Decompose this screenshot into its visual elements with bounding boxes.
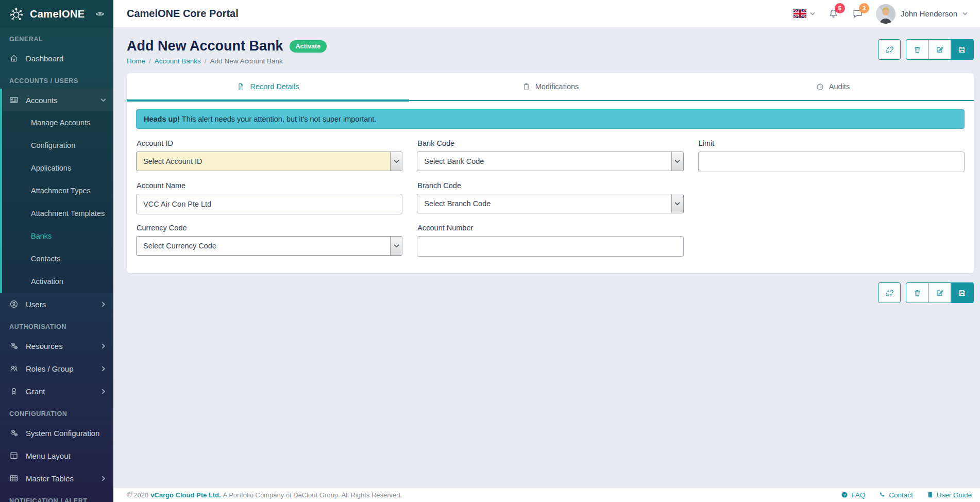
book-icon bbox=[926, 491, 934, 498]
breadcrumb-account-banks-link[interactable]: Account Banks bbox=[155, 57, 201, 65]
contact-link[interactable]: Contact bbox=[878, 491, 913, 499]
home-icon bbox=[9, 54, 19, 63]
currency-code-field: Currency Code Select Currency Code bbox=[136, 224, 402, 257]
uk-flag-icon bbox=[793, 9, 806, 18]
edit-button[interactable] bbox=[928, 39, 951, 60]
message-count-badge: 3 bbox=[859, 3, 869, 13]
breadcrumb-home-link[interactable]: Home bbox=[127, 57, 145, 65]
currency-code-select[interactable]: Select Currency Code bbox=[136, 236, 402, 256]
portal-title: CamelONE Core Portal bbox=[127, 8, 793, 20]
question-circle-icon: ? bbox=[841, 491, 848, 498]
user-guide-link[interactable]: User Guide bbox=[926, 491, 972, 499]
section-header-authorisation: AUTHORISATION bbox=[0, 315, 113, 334]
chevron-down-icon bbox=[810, 9, 815, 19]
page-head: Add New Account Bank Activate Home / Acc… bbox=[127, 38, 974, 65]
sidebar-toggle-icon[interactable] bbox=[95, 9, 105, 19]
tab-audits[interactable]: Audits bbox=[691, 73, 974, 100]
limit-input[interactable] bbox=[698, 152, 965, 172]
gears-icon bbox=[9, 428, 19, 438]
record-actions-group bbox=[906, 282, 974, 303]
sidebar-item-label: Menu Layout bbox=[26, 451, 71, 460]
section-header-accounts-users: ACCOUNTS / USERS bbox=[0, 70, 113, 89]
sidebar-item-grant[interactable]: Grant bbox=[0, 380, 113, 403]
trash-icon bbox=[913, 289, 922, 297]
user-name: John Henderson bbox=[901, 9, 957, 18]
sidebar-item-users[interactable]: Users bbox=[0, 293, 113, 315]
language-selector[interactable] bbox=[793, 9, 815, 19]
sidebar-subitem-attachment-templates[interactable]: Attachment Templates bbox=[2, 202, 113, 225]
tab-modifications[interactable]: Modifications bbox=[409, 73, 691, 100]
page-title: Add New Account Bank bbox=[127, 38, 283, 54]
gears-icon bbox=[9, 341, 19, 350]
sidebar-item-label: Resources bbox=[26, 342, 63, 350]
breadcrumb: Home / Account Banks / Add New Account B… bbox=[127, 57, 878, 65]
sidebar-item-label: Accounts bbox=[26, 96, 58, 105]
branch-code-select[interactable]: Select Branch Code bbox=[417, 194, 683, 213]
sidebar-item-master-tables[interactable]: Master Tables bbox=[0, 467, 113, 490]
faq-link[interactable]: ? FAQ bbox=[841, 491, 865, 499]
sidebar-item-label: System Configuration bbox=[26, 429, 99, 438]
delete-button[interactable] bbox=[906, 282, 928, 303]
sidebar-item-label: Dashboard bbox=[26, 54, 63, 63]
record-actions-top bbox=[878, 39, 974, 60]
tab-record-details[interactable]: Record Details bbox=[127, 73, 409, 100]
accounts-group: Accounts Manage Accounts Configuration A… bbox=[0, 89, 113, 293]
status-badge: Activate bbox=[290, 40, 327, 53]
account-id-selected-value: Select Account ID bbox=[137, 152, 390, 171]
award-icon bbox=[9, 387, 19, 396]
id-card-icon bbox=[9, 95, 19, 105]
sidebar-item-accounts[interactable]: Accounts bbox=[2, 89, 113, 111]
sidebar-item-label: Master Tables bbox=[26, 474, 74, 483]
unlink-button[interactable] bbox=[878, 282, 901, 303]
sidebar-item-system-configuration[interactable]: System Configuration bbox=[0, 422, 113, 444]
chevron-down-icon bbox=[100, 97, 106, 103]
sidebar-subitem-attachment-types[interactable]: Attachment Types bbox=[2, 179, 113, 202]
copyright-text: © 2020 vCargo Cloud Pte Ltd. A Portfolio… bbox=[127, 491, 841, 499]
bank-code-select[interactable]: Select Bank Code bbox=[417, 152, 683, 171]
sidebar-subitem-applications[interactable]: Applications bbox=[2, 157, 113, 179]
bank-code-selected-value: Select Bank Code bbox=[417, 152, 671, 171]
chevron-down-icon bbox=[962, 9, 968, 19]
sidebar-subitem-contacts[interactable]: Contacts bbox=[2, 247, 113, 270]
sidebar-subitem-configuration[interactable]: Configuration bbox=[2, 134, 113, 157]
unlink-button[interactable] bbox=[878, 39, 901, 60]
breadcrumb-current: Add New Account Bank bbox=[210, 57, 283, 65]
section-header-general: GENERAL bbox=[0, 28, 113, 47]
sidebar-subitem-activation[interactable]: Activation bbox=[2, 270, 113, 293]
breadcrumb-separator: / bbox=[205, 57, 207, 65]
account-name-input[interactable] bbox=[136, 194, 402, 214]
account-id-select[interactable]: Select Account ID bbox=[136, 152, 402, 171]
sidebar-item-roles-group[interactable]: Roles / Group bbox=[0, 357, 113, 380]
sidebar-item-label: Roles / Group bbox=[26, 364, 74, 373]
edit-button[interactable] bbox=[928, 282, 951, 303]
chevron-right-icon bbox=[100, 366, 106, 372]
layout-icon bbox=[9, 451, 19, 460]
sidebar: CamelONE GENERAL Dashboard ACCOUNTS / US… bbox=[0, 0, 113, 502]
chevron-down-icon bbox=[390, 237, 402, 255]
account-number-input[interactable] bbox=[417, 236, 683, 257]
edit-icon bbox=[935, 289, 944, 297]
messages-button[interactable]: 3 bbox=[852, 8, 864, 20]
bank-code-label: Bank Code bbox=[417, 139, 683, 147]
chevron-down-icon bbox=[390, 152, 402, 171]
camelone-logo-icon bbox=[8, 5, 26, 23]
sidebar-logo-bar: CamelONE bbox=[0, 0, 113, 28]
notifications-button[interactable]: 5 bbox=[827, 8, 839, 20]
delete-button[interactable] bbox=[906, 39, 928, 60]
sidebar-item-dashboard[interactable]: Dashboard bbox=[0, 47, 113, 70]
sidebar-subitem-banks[interactable]: Banks bbox=[2, 225, 113, 247]
company-link[interactable]: vCargo Cloud Pte Ltd. bbox=[150, 491, 221, 499]
sidebar-item-label: Grant bbox=[26, 387, 45, 396]
sidebar-item-menu-layout[interactable]: Menu Layout bbox=[0, 444, 113, 467]
save-button[interactable] bbox=[951, 39, 974, 60]
save-button[interactable] bbox=[951, 282, 974, 303]
sidebar-subitem-manage-accounts[interactable]: Manage Accounts bbox=[2, 111, 113, 134]
tab-label: Record Details bbox=[250, 82, 299, 91]
sidebar-item-resources[interactable]: Resources bbox=[0, 334, 113, 357]
chevron-down-icon bbox=[671, 152, 683, 171]
user-menu[interactable]: John Henderson bbox=[876, 4, 968, 24]
people-icon bbox=[9, 364, 19, 373]
brand-name: CamelONE bbox=[30, 8, 95, 20]
footer-links: ? FAQ Contact User Guide bbox=[841, 491, 972, 499]
record-actions-bottom bbox=[127, 282, 974, 303]
